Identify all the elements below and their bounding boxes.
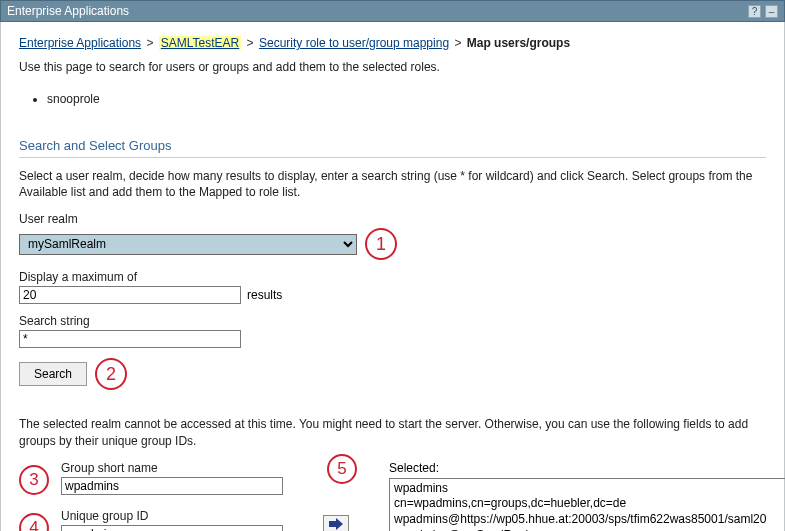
section-note: Select a user realm, decide how many res… (19, 168, 766, 200)
left-column: 3 4 Group short name Unique group ID (19, 461, 283, 531)
minimize-icon[interactable]: – (765, 5, 778, 18)
arrow-right-icon (329, 518, 343, 530)
annotation-marker-4: 4 (19, 513, 49, 531)
page-description: Use this page to search for users or gro… (19, 60, 766, 74)
selected-column: Selected: wpadmins cn=wpadmins,cn=groups… (389, 461, 785, 531)
selected-item[interactable]: wpadmins@mySamlRealm (394, 528, 784, 531)
selected-item[interactable]: cn=wpadmins,cn=groups,dc=huebler,dc=de (394, 496, 784, 512)
breadcrumb-sep: > (146, 36, 153, 50)
realm-row: mySamlRealm 1 (19, 228, 766, 260)
marker-5-wrap: 5 (327, 454, 357, 484)
breadcrumb: Enterprise Applications > SAMLTestEAR > … (19, 36, 766, 50)
user-realm-row: User realm mySamlRealm 1 (19, 212, 766, 260)
search-string-label: Search string (19, 314, 766, 328)
section-header: Search and Select Groups (19, 134, 766, 158)
lower-section: 3 4 Group short name Unique group ID (19, 461, 766, 531)
user-realm-label: User realm (19, 212, 766, 226)
transfer-buttons-column: 5 (323, 461, 349, 531)
search-button[interactable]: Search (19, 362, 87, 386)
role-list-item: snooprole (47, 92, 766, 106)
annotation-marker-3: 3 (19, 465, 49, 495)
title-bar-icons: ? – (748, 5, 778, 18)
search-string-row: Search string (19, 314, 766, 348)
annotation-marker-5: 5 (327, 454, 357, 484)
breadcrumb-link-enterprise-applications[interactable]: Enterprise Applications (19, 36, 141, 50)
main-panel: Enterprise Applications > SAMLTestEAR > … (0, 22, 785, 531)
title-bar: Enterprise Applications ? – (0, 0, 785, 22)
results-row: results (19, 286, 766, 304)
selected-listbox[interactable]: wpadmins cn=wpadmins,cn=groups,dc=hueble… (389, 478, 785, 531)
add-to-selected-button[interactable] (323, 515, 349, 531)
title-bar-text: Enterprise Applications (7, 4, 129, 18)
display-max-input[interactable] (19, 286, 241, 304)
group-short-name-row: Group short name (61, 461, 283, 495)
selected-item[interactable]: wpadmins@https://wp05.hhue.at:20003/sps/… (394, 512, 784, 528)
results-suffix: results (247, 288, 282, 302)
annotation-marker-1: 1 (365, 228, 397, 260)
selected-label: Selected: (389, 461, 785, 475)
display-max-row: Display a maximum of results (19, 270, 766, 304)
svg-marker-0 (329, 518, 343, 530)
unique-group-id-label: Unique group ID (61, 509, 283, 523)
breadcrumb-link-samltestear[interactable]: SAMLTestEAR (159, 36, 241, 50)
user-realm-select[interactable]: mySamlRealm (19, 234, 357, 255)
content-area: Enterprise Applications > SAMLTestEAR > … (1, 22, 784, 531)
help-icon[interactable]: ? (748, 5, 761, 18)
breadcrumb-link-security-role[interactable]: Security role to user/group mapping (259, 36, 449, 50)
role-list: snooprole (47, 92, 766, 106)
group-short-name-label: Group short name (61, 461, 283, 475)
group-short-name-input[interactable] (61, 477, 283, 495)
search-string-input[interactable] (19, 330, 241, 348)
breadcrumb-sep: > (247, 36, 254, 50)
unique-group-id-row: Unique group ID (61, 509, 283, 531)
breadcrumb-current: Map users/groups (467, 36, 570, 50)
display-max-label: Display a maximum of (19, 270, 766, 284)
group-fields-column: Group short name Unique group ID (61, 461, 283, 531)
selected-item[interactable]: wpadmins (394, 481, 784, 497)
breadcrumb-sep: > (454, 36, 461, 50)
realm-error-message: The selected realm cannot be accessed at… (19, 416, 766, 448)
markers-column: 3 4 (19, 461, 49, 531)
search-button-row: Search 2 (19, 358, 766, 390)
annotation-marker-2: 2 (95, 358, 127, 390)
unique-group-id-input[interactable] (61, 525, 283, 531)
